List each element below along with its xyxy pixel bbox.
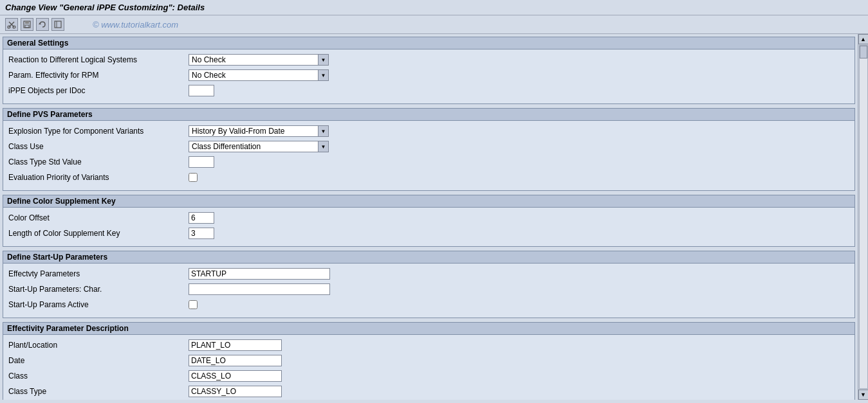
class-use-select[interactable]: Class Differentiation ▼ (189, 141, 329, 152)
startup-char-input[interactable] (189, 283, 330, 295)
color-offset-label: Color Offset (8, 213, 189, 222)
explosion-type-label: Explosion Type for Component Variants (8, 127, 189, 136)
scroll-down-button[interactable]: ▼ (858, 390, 869, 400)
row-explosion-type: Explosion Type for Component Variants Hi… (8, 125, 849, 138)
section-pvs-header: Define PVS Parameters (3, 108, 855, 121)
section-effectivity-body: Plant/Location Date Class Class Type (3, 335, 855, 400)
plant-location-label: Plant/Location (8, 341, 189, 350)
class-type-std-input[interactable] (189, 156, 214, 168)
color-offset-input[interactable] (189, 212, 214, 224)
startup-active-checkbox[interactable] (189, 300, 198, 309)
class-type-std-label: Class Type Std Value (8, 157, 189, 166)
length-color-label: Length of Color Supplement Key (8, 229, 189, 238)
date-label: Date (8, 356, 189, 365)
effectvty-parameters-label: Effectvty Parameters (8, 269, 189, 278)
row-date: Date (8, 354, 849, 367)
section-color-body: Color Offset Length of Color Supplement … (3, 208, 855, 247)
toolbar-btn-save[interactable] (21, 18, 33, 31)
scrollbar[interactable]: ▲ ▼ (858, 34, 868, 400)
row-class-use: Class Use Class Differentiation ▼ (8, 140, 849, 153)
row-class: Class (8, 370, 849, 382)
startup-char-label: Start-Up Parameters: Char. (8, 285, 189, 294)
section-pvs-body: Explosion Type for Component Variants Hi… (3, 121, 855, 191)
svg-rect-8 (55, 21, 61, 28)
section-general-settings: General Settings Reaction to Different L… (3, 37, 855, 104)
startup-active-label: Start-Up Params Active (8, 300, 189, 309)
scroll-thumb[interactable] (860, 46, 867, 58)
row-ippe-objects: iPPE Objects per IDoc (8, 84, 849, 97)
row-class-type: Class Type (8, 385, 849, 398)
svg-rect-5 (25, 21, 29, 24)
reaction-label: Reaction to Different Logical Systems (8, 55, 189, 64)
row-evaluation-priority: Evaluation Priority of Variants (8, 171, 849, 184)
explosion-type-select-arrow[interactable]: ▼ (318, 126, 328, 136)
toolbar-btn-cut[interactable] (5, 18, 18, 31)
row-startup-active: Start-Up Params Active (8, 298, 849, 311)
section-color-supplement: Define Color Supplement Key Color Offset… (3, 195, 855, 247)
class-type-input[interactable] (189, 386, 282, 397)
section-startup-parameters: Define Start-Up Parameters Effectvty Par… (3, 251, 855, 318)
toolbar: © www.tutorialkart.com (0, 15, 868, 34)
section-general-settings-body: Reaction to Different Logical Systems No… (3, 49, 855, 104)
class-label: Class (8, 372, 189, 381)
length-color-input[interactable] (189, 228, 214, 239)
reaction-select-arrow[interactable]: ▼ (318, 55, 328, 65)
title-text: Change View "General iPPE Customizing": … (5, 3, 205, 12)
row-class-type-std: Class Type Std Value (8, 156, 849, 168)
param-effectivity-select[interactable]: No Check ▼ (189, 69, 329, 81)
scroll-up-button[interactable]: ▲ (858, 34, 869, 44)
row-length-color: Length of Color Supplement Key (8, 227, 849, 240)
row-color-offset: Color Offset (8, 211, 849, 224)
evaluation-priority-checkbox[interactable] (189, 173, 198, 182)
toolbar-btn-other[interactable] (51, 18, 64, 31)
form-area: General Settings Reaction to Different L… (0, 34, 858, 400)
section-effectivity-header: Effectivity Parameter Description (3, 322, 855, 335)
class-input[interactable] (189, 370, 282, 382)
ippe-objects-input[interactable] (189, 85, 214, 96)
date-input[interactable] (189, 355, 282, 366)
row-plant-location: Plant/Location (8, 339, 849, 352)
param-effectivity-select-text: No Check (189, 70, 318, 80)
section-startup-header: Define Start-Up Parameters (3, 251, 855, 264)
effectvty-parameters-input[interactable] (189, 268, 330, 280)
scroll-track (859, 45, 868, 389)
plant-location-input[interactable] (189, 339, 282, 351)
class-use-select-arrow[interactable]: ▼ (318, 141, 328, 152)
watermark: © www.tutorialkart.com (93, 20, 178, 30)
param-effectivity-select-arrow[interactable]: ▼ (318, 70, 328, 80)
row-reaction: Reaction to Different Logical Systems No… (8, 53, 849, 66)
reaction-select[interactable]: No Check ▼ (189, 54, 329, 66)
explosion-type-select[interactable]: History By Valid-From Date ▼ (189, 125, 329, 137)
class-use-select-text: Class Differentiation (189, 141, 318, 152)
section-startup-body: Effectvty Parameters Start-Up Parameters… (3, 264, 855, 318)
section-effectivity-description: Effectivity Parameter Description Plant/… (3, 322, 855, 400)
explosion-type-select-text: History By Valid-From Date (189, 126, 318, 136)
row-param-effectivity: Param. Effectivity for RPM No Check ▼ (8, 69, 849, 82)
evaluation-priority-label: Evaluation Priority of Variants (8, 173, 189, 182)
class-use-label: Class Use (8, 142, 189, 151)
row-startup-char: Start-Up Parameters: Char. (8, 283, 849, 296)
param-effectivity-label: Param. Effectivity for RPM (8, 71, 189, 80)
reaction-select-text: No Check (189, 55, 318, 65)
section-pvs-parameters: Define PVS Parameters Explosion Type for… (3, 108, 855, 191)
toolbar-btn-undo[interactable] (36, 18, 49, 31)
ippe-objects-label: iPPE Objects per IDoc (8, 86, 189, 95)
section-general-settings-header: General Settings (3, 37, 855, 49)
class-type-label: Class Type (8, 387, 189, 396)
title-bar: Change View "General iPPE Customizing": … (0, 0, 868, 15)
section-color-header: Define Color Supplement Key (3, 195, 855, 208)
row-effectvty-parameters: Effectvty Parameters (8, 267, 849, 280)
